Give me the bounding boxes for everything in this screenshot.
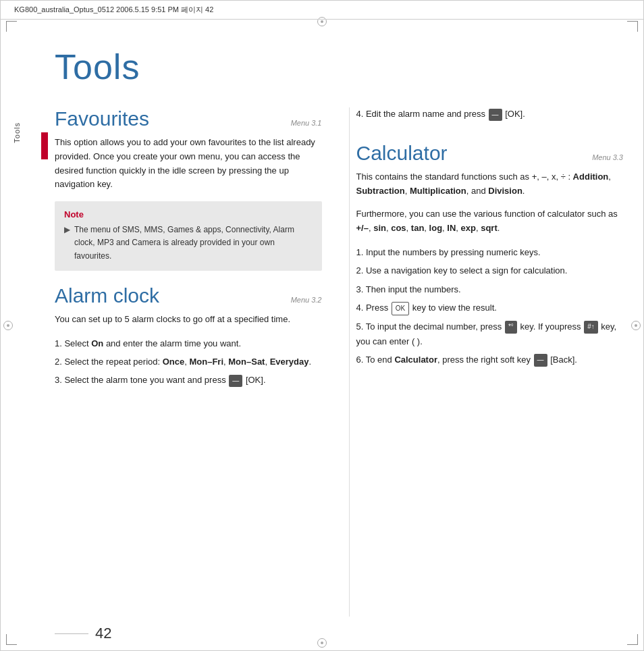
main-content: Tools Favourites Menu 3.1 This option al… [55,20,623,617]
alarm-step-1: 1. Select On and enter the alarm time yo… [55,336,322,350]
corner-mark-br [627,634,638,645]
ok-key-icon-2: — [489,109,502,121]
corner-mark-bl [6,634,17,645]
calc-step-3: 3. Then input the numbers. [356,282,624,296]
calc-step-5: 5. To input the decimal number, press *°… [356,319,624,348]
ok-round-key-icon: OK [392,302,409,316]
page-number: 42 [95,625,111,642]
alarm-step-4: 4. Edit the alarm name and press — [OK]. [356,107,624,122]
note-content: ▶ The menu of SMS, MMS, Games & apps, Co… [64,224,313,263]
note-bullet: ▶ The menu of SMS, MMS, Games & apps, Co… [64,224,313,263]
favourites-heading: Favourites Menu 3.1 [55,107,322,130]
alarm-intro: You can set up to 5 alarm clocks to go o… [55,313,322,327]
favourites-title: Favourites [55,107,149,130]
note-title: Note [64,209,313,219]
calculator-heading: Calculator Menu 3.3 [356,142,624,165]
alarm-step-2: 2. Select the repeat period: Once, Mon–F… [55,355,322,369]
alarm-menu: Menu 3.2 [291,296,322,304]
accent-bar [41,132,48,159]
target-mark-left [3,321,13,330]
back-key-icon: — [534,354,547,367]
header-bar: KG800_australia_Optus_0512 2006.5.15 9:5… [1,1,643,20]
calculator-title: Calculator [356,142,448,165]
alarm-steps: 1. Select On and enter the alarm time yo… [55,336,322,388]
page-title: Tools [55,47,623,87]
calc-step-4: 4. Press OK key to view the result. [356,301,624,315]
calculator-body2: Furthermore, you can use the various fun… [356,207,624,236]
calculator-body1: This contains the standard functions suc… [356,170,624,199]
side-label: Tools [13,122,21,143]
calculator-menu: Menu 3.3 [592,153,623,161]
hash-key-icon: #↑ [584,321,598,334]
note-box: Note ▶ The menu of SMS, MMS, Games & app… [55,201,322,271]
ok-key-icon: — [229,375,242,388]
star-key-icon: *° [505,321,517,334]
footer-line [55,633,88,634]
bullet-arrow-icon: ▶ [64,224,70,263]
alarm-step-3: 3. Select the alarm tone you want and pr… [55,373,322,387]
alarm-title: Alarm clock [55,284,159,307]
columns: Favourites Menu 3.1 This option allows y… [55,107,623,617]
calculator-steps: 1. Input the numbers by pressing numeric… [356,245,624,367]
target-mark-right [631,321,641,330]
favourites-menu: Menu 3.1 [291,119,322,127]
left-column: Favourites Menu 3.1 This option allows y… [55,107,329,617]
right-column: 4. Edit the alarm name and press — [OK].… [349,107,624,617]
footer: 42 [55,625,623,642]
favourites-body: This option allows you to add your own f… [55,136,322,192]
header-filename: KG800_australia_Optus_0512 2006.5.15 9:5… [14,5,213,15]
corner-mark-tl [6,21,17,32]
calc-step-2: 2. Use a navigation key to select a sign… [356,263,624,278]
calc-step-1: 1. Input the numbers by pressing numeric… [356,245,624,259]
alarm-heading: Alarm clock Menu 3.2 [55,284,322,307]
corner-mark-tr [627,21,638,32]
page: KG800_australia_Optus_0512 2006.5.15 9:5… [0,0,644,651]
calc-step-6: 6. To end Calculator, press the right so… [356,353,624,367]
note-bullet-text: The menu of SMS, MMS, Games & apps, Conn… [74,224,313,263]
